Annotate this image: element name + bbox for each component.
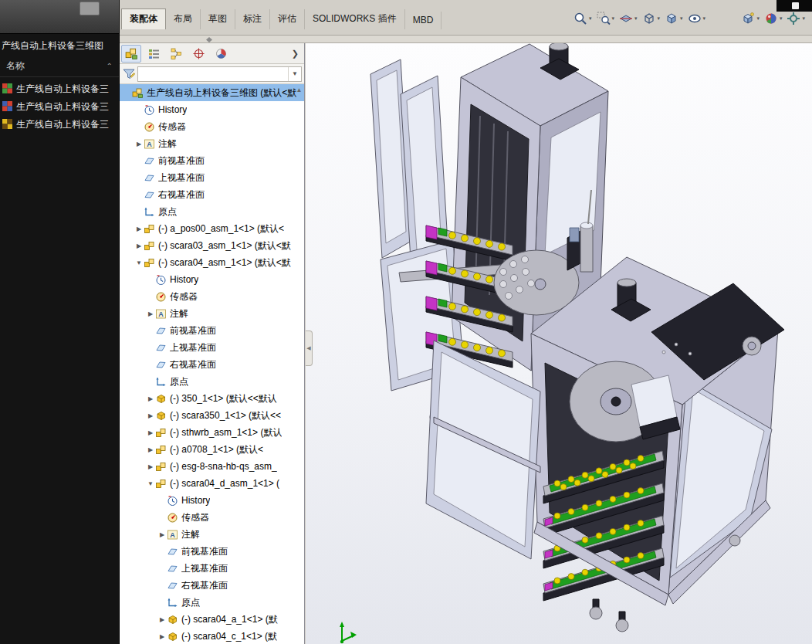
ribbon-tab[interactable]: 标注 — [235, 9, 270, 29]
file-list-item[interactable]: 生产线自动上料设备三 — [0, 80, 119, 98]
tree-row[interactable]: ▶(-) scara04_c_1<1> (默 — [120, 628, 304, 644]
manager-tab-featuremanager[interactable] — [121, 45, 141, 63]
tree-row[interactable]: 右视基准面 — [120, 577, 304, 594]
dropdown-caret-icon[interactable]: ▾ — [703, 15, 706, 22]
tree-row[interactable]: History — [120, 271, 304, 288]
file-list-item[interactable]: 生产线自动上料设备三 — [0, 116, 119, 134]
dropdown-caret-icon[interactable]: ▾ — [780, 15, 783, 22]
window-button-icon — [792, 2, 799, 9]
tree-scroll-up-icon[interactable]: ▲ — [295, 86, 303, 94]
tree-row[interactable]: ▶(-) a0708_1<1> (默认< — [120, 441, 304, 458]
dropdown-caret-icon[interactable]: ▾ — [802, 15, 805, 22]
view-orientation-button[interactable]: ▾ — [641, 10, 661, 27]
tree-row[interactable]: 原点 — [120, 373, 304, 390]
expand-icon[interactable]: ▶ — [146, 463, 155, 470]
tree-row[interactable]: History — [120, 101, 304, 118]
tree-row[interactable]: 传感器 — [120, 509, 304, 526]
dropdown-caret-icon[interactable]: ▾ — [634, 15, 638, 22]
expand-icon[interactable]: ▶ — [157, 633, 167, 640]
tree-row[interactable]: 上视基准面 — [120, 169, 304, 186]
ribbon-tab[interactable]: MBD — [405, 12, 442, 29]
graphics-area[interactable]: ◀ — [306, 43, 812, 644]
tree-row[interactable]: ▶(-) scara03_asm_1<1> (默认<默 — [120, 237, 304, 254]
expand-icon[interactable]: ▶ — [134, 225, 144, 232]
tree-row[interactable]: ▶A注解 — [120, 526, 304, 543]
name-column-header[interactable]: 名称 ⌃ — [0, 56, 119, 77]
zoom-to-area-icon — [596, 11, 611, 26]
ribbon-tab[interactable]: 评估 — [270, 9, 305, 29]
display-style-button[interactable]: ▾ — [663, 10, 684, 27]
tree-row[interactable]: ▼(-) scara04_d_asm_1<1> ( — [120, 475, 304, 492]
tree-item-label: 上视基准面 — [158, 171, 205, 185]
expand-icon[interactable]: ▶ — [146, 429, 155, 436]
hide-show-items-button[interactable]: ▾ — [686, 10, 707, 27]
tree-row[interactable]: 原点 — [120, 203, 304, 220]
ribbon-tab[interactable]: 布局 — [166, 9, 201, 29]
tree-row[interactable]: 右视基准面 — [120, 186, 304, 203]
expand-icon[interactable]: ▶ — [146, 446, 155, 453]
appearances-button[interactable]: ▾ — [763, 10, 783, 27]
lower-doors[interactable] — [426, 341, 540, 559]
zoom-to-area-button[interactable]: ▾ — [595, 10, 616, 27]
filter-input[interactable]: ▼ — [137, 66, 302, 82]
tree-row[interactable]: 前视基准面 — [120, 152, 304, 169]
tree-row[interactable]: 上视基准面 — [120, 339, 304, 356]
panel-overflow-chevron[interactable]: ❯ — [292, 49, 303, 59]
splitter-knob-icon[interactable] — [206, 37, 212, 42]
edit-scene-button[interactable]: ▾ — [785, 10, 806, 27]
filter-dropdown-icon[interactable]: ▼ — [288, 67, 301, 81]
tree-row[interactable]: 原点 — [120, 594, 304, 611]
view-settings-button[interactable]: ▾ — [739, 10, 760, 27]
tree-row[interactable]: 前视基准面 — [120, 322, 304, 339]
titlebar-corner[interactable] — [776, 0, 812, 12]
tree-row[interactable]: 上视基准面 — [120, 560, 304, 577]
dropdown-caret-icon[interactable]: ▾ — [658, 15, 661, 22]
expand-icon[interactable]: ▶ — [134, 242, 144, 249]
tree-row[interactable]: ▼(-) scara04_asm_1<1> (默认<默 — [120, 254, 304, 271]
section-view-button[interactable]: ▾ — [617, 10, 638, 27]
tree-row[interactable]: ▶(-) 350_1<1> (默认<<默认 — [120, 390, 304, 407]
ribbon-tab[interactable]: SOLIDWORKS 插件 — [305, 9, 405, 29]
expand-icon[interactable]: ▶ — [146, 412, 155, 419]
tree-row[interactable]: ▶(-) sthwrb_asm_1<1> (默认 — [120, 424, 304, 441]
dropdown-caret-icon[interactable]: ▾ — [589, 15, 592, 22]
collapse-icon[interactable]: ▼ — [146, 480, 155, 487]
collapse-chevron-icon[interactable]: ⌃ — [107, 62, 113, 70]
tree-row[interactable]: ▶(-) a_pos00_asm_1<1> (默认< — [120, 220, 304, 237]
manager-tab-displaymanager[interactable] — [211, 45, 231, 63]
tree-row[interactable]: 右视基准面 — [120, 356, 304, 373]
panel-collapse-handle[interactable]: ◀ — [306, 330, 313, 366]
dropdown-caret-icon[interactable]: ▾ — [756, 15, 760, 22]
dropdown-caret-icon[interactable]: ▾ — [680, 15, 683, 22]
tree-filter-row: ▼ — [120, 64, 304, 84]
manager-tab-dimxpertmanager[interactable] — [188, 45, 208, 63]
ribbon-tab[interactable]: 装配体 — [121, 8, 166, 29]
manager-tab-configurationmanager[interactable] — [166, 45, 186, 63]
file-list-item[interactable]: 生产线自动上料设备三 — [0, 98, 119, 116]
expand-icon[interactable]: ▶ — [157, 531, 167, 538]
manager-tab-propertymanager[interactable] — [144, 45, 164, 63]
tree-row[interactable]: 生产线自动上料设备三维图 (默认<默 — [120, 84, 304, 101]
tree-row[interactable]: ▶(-) esg-8-sna-hb-qs_asm_ — [120, 458, 304, 475]
tree-row[interactable]: ▶A注解 — [120, 305, 304, 322]
tree-row[interactable]: 传感器 — [120, 288, 304, 305]
model-canvas[interactable] — [306, 43, 812, 644]
collapse-icon[interactable]: ▼ — [134, 259, 144, 266]
tree-row[interactable]: ▶A注解 — [120, 135, 304, 152]
expand-icon[interactable]: ▶ — [146, 310, 155, 317]
side-panel-app-icon[interactable] — [80, 2, 100, 15]
expand-icon[interactable]: ▶ — [146, 395, 155, 402]
zoom-fit-button[interactable]: ▾ — [572, 10, 593, 27]
tree-row[interactable]: ▶(-) scara04_a_1<1> (默 — [120, 611, 304, 628]
plane-icon — [155, 342, 167, 354]
tree-row[interactable]: 前视基准面 — [120, 543, 304, 560]
filter-funnel-icon[interactable] — [122, 67, 136, 81]
expand-icon[interactable]: ▶ — [134, 141, 144, 147]
ribbon-tab[interactable]: 草图 — [201, 9, 235, 29]
tree-row[interactable]: ▶(-) scara350_1<1> (默认<< — [120, 407, 304, 424]
tree-row[interactable]: History — [120, 492, 304, 509]
dropdown-caret-icon[interactable]: ▾ — [612, 15, 615, 22]
expand-icon[interactable]: ▶ — [157, 616, 167, 623]
assembly-root-icon — [132, 87, 144, 99]
tree-row[interactable]: 传感器 — [120, 118, 304, 135]
